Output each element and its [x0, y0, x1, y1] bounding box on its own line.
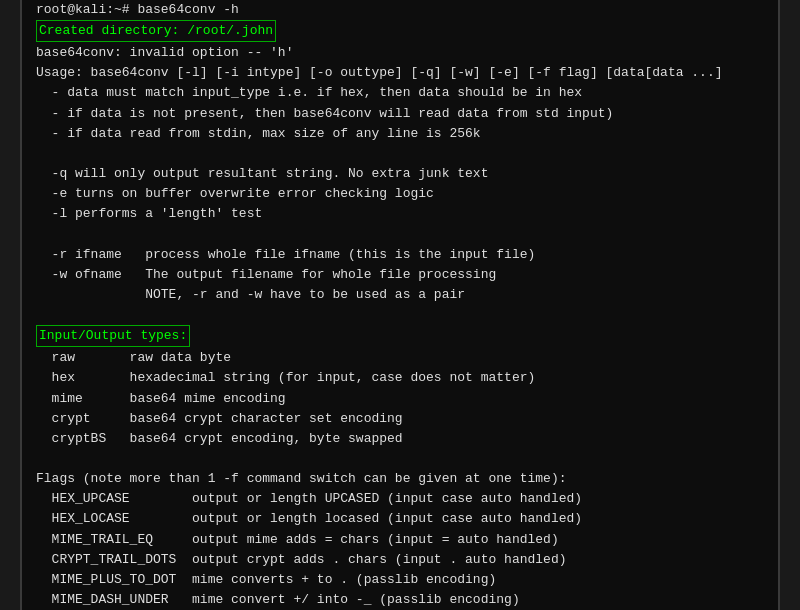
terminal-line: CRYPT_TRAIL_DOTS output crypt adds . cha…: [36, 550, 764, 570]
terminal-line: cryptBS base64 crypt encoding, byte swap…: [36, 429, 764, 449]
highlighted-text: Created directory: /root/.john: [36, 20, 276, 42]
terminal-line-highlight: Created directory: /root/.john: [36, 20, 764, 42]
terminal-line: -w ofname The output filename for whole …: [36, 265, 764, 285]
terminal-line: root@kali:~# base64conv -h: [36, 0, 764, 20]
terminal-line: Usage: base64conv [-l] [-i intype] [-o o…: [36, 63, 764, 83]
terminal-line: -q will only output resultant string. No…: [36, 164, 764, 184]
terminal-line: mime base64 mime encoding: [36, 389, 764, 409]
terminal-line: base64conv: invalid option -- 'h': [36, 43, 764, 63]
terminal-line: raw raw data byte: [36, 348, 764, 368]
terminal-line: -e turns on buffer overwrite error check…: [36, 184, 764, 204]
empty-line: [36, 144, 764, 164]
highlighted-text: Input/Output types:: [36, 325, 190, 347]
empty-line: [36, 305, 764, 325]
terminal-line: - if data read from stdin, max size of a…: [36, 124, 764, 144]
terminal-line: - if data is not present, then base64con…: [36, 104, 764, 124]
terminal-window: root@kali:~# base64conv -hCreated direct…: [20, 0, 780, 610]
terminal-line: -r ifname process whole file ifname (thi…: [36, 245, 764, 265]
terminal-line: HEX_LOCASE output or length locased (inp…: [36, 509, 764, 529]
terminal-line: NOTE, -r and -w have to be used as a pai…: [36, 285, 764, 305]
empty-line: [36, 449, 764, 469]
terminal-line: Flags (note more than 1 -f command switc…: [36, 469, 764, 489]
terminal-line: - data must match input_type i.e. if hex…: [36, 83, 764, 103]
terminal-line: HEX_UPCASE output or length UPCASED (inp…: [36, 489, 764, 509]
empty-line: [36, 224, 764, 244]
terminal-line: MIME_PLUS_TO_DOT mime converts + to . (p…: [36, 570, 764, 590]
terminal-line: crypt base64 crypt character set encodin…: [36, 409, 764, 429]
terminal-line: MIME_TRAIL_EQ output mime adds = chars (…: [36, 530, 764, 550]
terminal-line: -l performs a 'length' test: [36, 204, 764, 224]
terminal-line: MIME_DASH_UNDER mime convert +/ into -_ …: [36, 590, 764, 610]
terminal-line: hex hexadecimal string (for input, case …: [36, 368, 764, 388]
terminal-line-highlight: Input/Output types:: [36, 325, 764, 347]
